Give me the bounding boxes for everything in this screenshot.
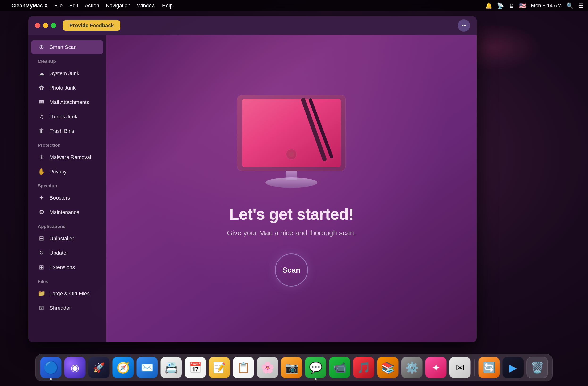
flag-icon[interactable]: 🇺🇸 [519,2,526,9]
sidebar-item-maintenance[interactable]: ⚙ Maintenance [31,205,103,219]
maximize-button[interactable] [51,23,56,28]
uninstaller-icon: ⊟ [38,235,45,242]
photo-junk-icon: ✿ [38,84,45,91]
dock-item-trash[interactable]: 🗑️ [527,357,548,378]
screen-icon[interactable]: 🖥 [509,2,514,9]
dock-item-system-preferences[interactable]: ⚙️ [401,357,423,378]
sidebar-label-maintenance: Maintenance [50,209,79,215]
search-icon[interactable]: 🔍 [566,2,573,9]
dock-item-notes[interactable]: 📝 [209,357,230,378]
dock-item-safari[interactable]: 🧭 [113,357,134,378]
finder-icon: 🔵 [43,361,59,375]
dock-item-reminders[interactable]: 📋 [233,357,254,378]
window-more-button[interactable]: •• [458,19,470,32]
dock-item-music[interactable]: 🎵 [353,357,375,378]
svg-point-7 [289,151,294,157]
dock-item-unknown[interactable]: 🔄 [479,357,500,378]
trash-bins-icon: 🗑 [38,127,45,135]
main-subheadline: Give your Mac a nice and thorough scan. [227,229,356,237]
applications-section-header: Applications [31,220,103,231]
dock-item-cleanmymac[interactable]: ✦ [425,357,447,378]
sidebar-label-shredder: Shredder [50,305,71,311]
files-section-header: Files [31,275,103,286]
sidebar-item-trash-bins[interactable]: 🗑 Trash Bins [31,124,103,138]
menubar-time: Mon 8:14 AM [531,3,562,9]
menubar-edit[interactable]: Edit [69,3,78,9]
scan-button[interactable]: Scan [275,253,308,287]
sidebar-item-itunes-junk[interactable]: ♫ iTunes Junk [31,110,103,124]
privacy-icon: ✋ [38,168,45,175]
siri-icon: ◉ [71,362,79,373]
window-body: ⊕ Smart Scan Cleanup ☁ System Junk ✿ Pho… [28,35,477,342]
close-button[interactable] [35,23,40,28]
facetime-icon: 📹 [333,361,346,374]
sidebar-label-system-junk: System Junk [50,70,79,77]
dock-item-mail[interactable]: ✉️ [137,357,158,378]
finder-dot [50,378,52,380]
dock-item-photos-app[interactable]: 🌸 [257,357,278,378]
cleanup-section-header: Cleanup [31,55,103,66]
sidebar-item-photo-junk[interactable]: ✿ Photo Junk [31,81,103,95]
mailplane-icon: ✉ [456,362,464,374]
notes-icon: 📝 [213,362,226,374]
photos-icon: 📷 [285,361,298,374]
menubar-file[interactable]: File [54,3,63,9]
dock-item-siri[interactable]: ◉ [64,357,86,378]
photos-app-icon: 🌸 [261,361,274,374]
itunes-junk-icon: ♫ [38,113,45,120]
provide-feedback-button[interactable]: Provide Feedback [63,20,120,31]
airdrop-icon[interactable]: 📡 [497,2,504,9]
menubar-action[interactable]: Action [85,3,99,9]
control-center-icon[interactable]: ☰ [578,2,583,9]
sidebar-item-updater[interactable]: ↻ Updater [31,246,103,260]
boosters-icon: ✦ [38,194,45,202]
sidebar-label-photo-junk: Photo Junk [50,85,76,91]
sidebar-label-smart-scan: Smart Scan [50,44,77,50]
dock-item-player[interactable]: ▶ [503,357,524,378]
safari-icon: 🧭 [116,361,130,374]
sidebar-label-extensions: Extensions [50,264,75,271]
updater-icon: ↻ [38,249,45,256]
menubar-app-name[interactable]: CleanMyMac X [11,3,48,9]
sidebar-item-shredder[interactable]: ⊠ Shredder [31,301,103,315]
dock-item-launchpad[interactable]: 🚀 [88,357,110,378]
sidebar-item-large-old-files[interactable]: 📁 Large & Old Files [31,287,103,300]
menubar: CleanMyMac X File Edit Action Navigation… [0,0,588,11]
sidebar-label-itunes-junk: iTunes Junk [50,114,77,120]
dock-item-books[interactable]: 📚 [377,357,399,378]
traffic-lights [35,23,56,28]
messages-dot [315,378,317,380]
extensions-icon: ⊞ [38,264,45,271]
sidebar-item-uninstaller[interactable]: ⊟ Uninstaller [31,231,103,246]
dock-item-photos[interactable]: 📷 [281,357,302,378]
dock-item-mailplane[interactable]: ✉ [449,357,471,378]
sidebar-item-privacy[interactable]: ✋ Privacy [31,165,103,179]
dock-item-calendar[interactable]: 📅 [185,357,206,378]
menubar-navigation[interactable]: Navigation [106,3,130,9]
sidebar-item-boosters[interactable]: ✦ Boosters [31,191,103,205]
menubar-window[interactable]: Window [137,3,155,9]
menubar-help[interactable]: Help [162,3,173,9]
dock-item-messages[interactable]: 💬 [305,357,326,378]
sidebar-item-extensions[interactable]: ⊞ Extensions [31,260,103,274]
sidebar-item-smart-scan[interactable]: ⊕ Smart Scan [31,40,103,54]
contacts-icon: 📇 [165,361,178,374]
sidebar-item-mail-attachments[interactable]: ✉ Mail Attachments [31,95,103,109]
title-bar: Provide Feedback •• [28,16,477,35]
sidebar-label-updater: Updater [50,250,68,256]
main-content: Let's get started! Give your Mac a nice … [106,35,477,342]
imac-svg [223,91,360,190]
sidebar-item-system-junk[interactable]: ☁ System Junk [31,66,103,80]
sidebar: ⊕ Smart Scan Cleanup ☁ System Junk ✿ Pho… [28,35,106,342]
sidebar-item-malware-removal[interactable]: ✳ Malware Removal [31,150,103,164]
notification-icon[interactable]: 🔔 [485,2,492,9]
dock-item-facetime[interactable]: 📹 [329,357,350,378]
maintenance-icon: ⚙ [38,209,45,216]
minimize-button[interactable] [43,23,48,28]
calendar-icon: 📅 [189,362,202,374]
speedup-section-header: Speedup [31,179,103,190]
cleanmymac-icon: ✦ [432,362,440,374]
dock-item-contacts[interactable]: 📇 [161,357,182,378]
dock-item-finder[interactable]: 🔵 [40,357,62,378]
reminders-icon: 📋 [237,362,250,374]
